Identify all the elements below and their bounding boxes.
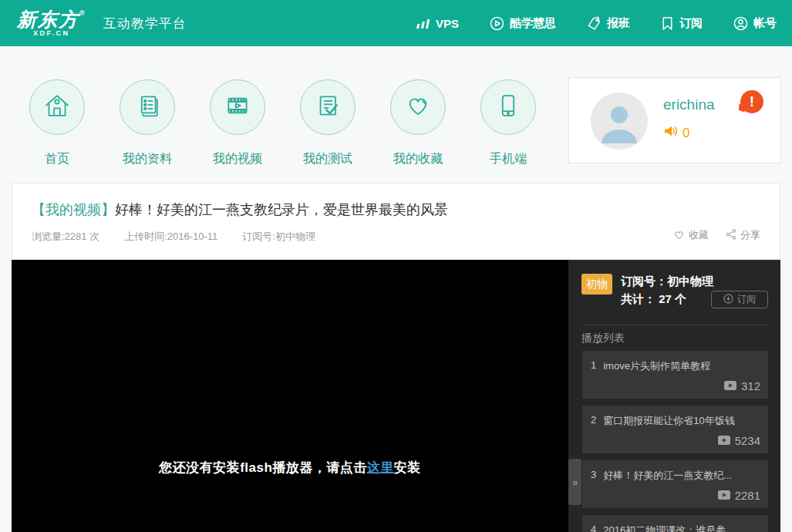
sidebar-collapse-handle[interactable]: » <box>568 459 581 505</box>
nav-item-mobile[interactable]: 手机端 <box>480 79 536 167</box>
playlist-item-2[interactable]: 2窗口期报班能让你省10年饭钱 5234 <box>582 406 768 453</box>
menu-label: 帐号 <box>753 16 777 31</box>
upload-time: 上传时间:2016-10-11 <box>124 230 217 244</box>
nav-item-tests[interactable]: 我的测试 <box>300 79 356 167</box>
video-count-icon <box>724 379 736 392</box>
menu-item-dingyue[interactable]: 订阅 <box>661 16 703 31</box>
xdf-logo[interactable]: 新东方® XDF.CN <box>17 10 86 37</box>
view-count: 浏览量:2281 次 <box>32 230 99 244</box>
share-icon <box>726 229 736 242</box>
brand-name: 新东方 <box>17 8 79 30</box>
video-category-tag: 【我的视频】 <box>32 202 115 217</box>
vps-bars-icon <box>415 16 430 30</box>
tag-icon <box>587 16 602 31</box>
divider <box>581 325 767 325</box>
nav-label: 我的测试 <box>300 151 356 167</box>
home-icon <box>42 90 72 124</box>
subscription-title: 订阅号：初中物理 <box>621 274 713 289</box>
share-label: 分享 <box>740 228 760 242</box>
menu-label: 酷学慧思 <box>510 16 556 31</box>
nav-item-favorites[interactable]: 我的收藏 <box>390 79 446 167</box>
subscription-badge: 初物 <box>581 274 612 295</box>
video-count-icon <box>718 489 730 502</box>
item-title: imove片头制作简单教程 <box>603 359 710 373</box>
menu-item-kuxue[interactable]: 酷学慧思 <box>490 16 556 31</box>
play-count: 2281 <box>735 489 760 502</box>
sound-value: 0 <box>682 126 689 141</box>
flash-install-link[interactable]: 这里 <box>367 460 394 475</box>
platform-title: 互动教学平台 <box>103 15 187 32</box>
menu-item-vps[interactable]: VPS <box>415 16 459 30</box>
playlist-title: 播放列表 <box>581 332 625 345</box>
sound-count[interactable]: 0 <box>663 124 689 142</box>
play-count: 5234 <box>735 434 760 447</box>
video-info-card: 【我的视频】好棒！好美的江一燕支教纪录片，爱是世界最美的风景 浏览量:2281 … <box>12 183 780 260</box>
playlist-item-1[interactable]: 1imove片头制作简单教程 312 <box>582 351 768 399</box>
play-circle-icon <box>490 16 504 31</box>
subscription-total: 共计： 27 个 <box>621 292 686 307</box>
plus-circle-icon <box>723 294 733 306</box>
bookmark-icon <box>661 16 674 31</box>
nav-item-materials[interactable]: 我的资料 <box>120 79 175 167</box>
notification-badge[interactable]: ! <box>740 90 763 113</box>
nav-label: 我的收藏 <box>390 151 446 167</box>
nav-label: 我的资料 <box>120 151 175 167</box>
heart-outline-icon <box>673 229 685 242</box>
share-button[interactable]: 分享 <box>726 228 760 242</box>
nav-label: 我的视频 <box>210 151 265 167</box>
video-actions: 收藏 分享 <box>673 228 760 242</box>
page: 新东方® XDF.CN 互动教学平台 VPS 酷学慧思 报班 订阅 <box>0 0 792 532</box>
header-menu: VPS 酷学慧思 报班 订阅 帐号 <box>415 16 777 31</box>
top-header: 新东方® XDF.CN 互动教学平台 VPS 酷学慧思 报班 订阅 <box>0 0 792 46</box>
menu-item-account[interactable]: 帐号 <box>733 16 777 31</box>
total-count: 27 个 <box>659 292 686 305</box>
play-count: 312 <box>741 379 760 392</box>
nav-item-videos[interactable]: 我的视频 <box>210 79 265 167</box>
subscribe-label: 订阅 <box>737 293 756 306</box>
user-card: erichina 0 ! <box>568 77 781 163</box>
phone-icon <box>493 90 524 124</box>
speaker-icon <box>663 124 679 142</box>
brand-domain: XDF.CN <box>17 30 86 37</box>
item-index: 4 <box>591 524 596 532</box>
username[interactable]: erichina <box>663 96 715 113</box>
playlist-item-3[interactable]: 3好棒！好美的江一燕支教纪... 2281 <box>582 460 768 508</box>
flash-install-message: 您还没有安装flash播放器，请点击这里安装 <box>12 459 568 476</box>
video-title-text: 好棒！好美的江一燕支教纪录片，爱是世界最美的风景 <box>115 202 448 217</box>
main-nav: 首页 我的资料 我的视频 我的测试 我的收藏 手机端 <box>29 79 536 167</box>
item-index: 3 <box>591 469 596 483</box>
menu-label: VPS <box>436 17 459 30</box>
nav-item-home[interactable]: 首页 <box>29 79 85 167</box>
subscribe-button[interactable]: 订阅 <box>711 291 768 308</box>
playlist-sidebar: 初物 订阅号：初中物理 共计： 27 个 订阅 播放列表 1imove片头制作简… <box>568 260 780 532</box>
film-icon <box>222 90 253 124</box>
playlist-item-4[interactable]: 42016初二物理课改：谁是参... <box>582 515 768 532</box>
registered-mark: ® <box>79 9 86 17</box>
nav-label: 手机端 <box>480 151 536 167</box>
documents-icon <box>132 90 163 124</box>
menu-label: 报班 <box>607 16 630 31</box>
menu-item-baoban[interactable]: 报班 <box>587 16 630 31</box>
video-title: 【我的视频】好棒！好美的江一燕支教纪录片，爱是世界最美的风景 <box>32 200 760 219</box>
playlist: 1imove片头制作简单教程 312 2窗口期报班能让你省10年饭钱 5234 … <box>582 351 768 532</box>
heart-icon <box>403 90 433 124</box>
item-index: 1 <box>591 359 596 373</box>
avatar[interactable] <box>591 93 648 150</box>
video-player[interactable]: 您还没有安装flash播放器，请点击这里安装 <box>12 260 568 532</box>
collect-label: 收藏 <box>689 228 709 242</box>
menu-label: 订阅 <box>679 16 703 31</box>
video-count-icon <box>718 434 730 447</box>
test-check-icon <box>312 90 343 124</box>
item-index: 2 <box>591 414 596 428</box>
video-meta: 浏览量:2281 次 上传时间:2016-10-11 订阅号:初中物理 <box>32 230 760 244</box>
nav-label: 首页 <box>29 151 85 167</box>
account-icon <box>733 16 748 31</box>
collect-button[interactable]: 收藏 <box>673 228 709 242</box>
item-title: 好棒！好美的江一燕支教纪... <box>603 469 732 483</box>
subscription-name: 订阅号:初中物理 <box>242 230 315 244</box>
item-title: 2016初二物理课改：谁是参... <box>603 524 734 532</box>
item-title: 窗口期报班能让你省10年饭钱 <box>603 414 734 428</box>
